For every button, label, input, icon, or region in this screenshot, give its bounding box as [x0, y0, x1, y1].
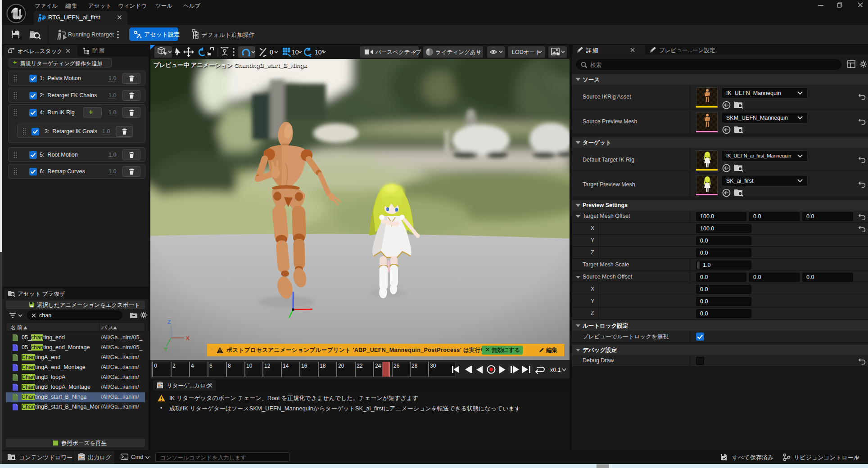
svg-text:18: 18 [320, 363, 326, 369]
svg-text:Y: Y [164, 346, 167, 353]
svg-text:4: 4 [191, 363, 194, 369]
svg-text:30: 30 [430, 363, 436, 369]
svg-text:2: 2 [172, 363, 176, 369]
svg-text:12: 12 [264, 363, 271, 369]
svg-text:10: 10 [246, 363, 253, 369]
svg-text:10: 10 [292, 49, 299, 56]
svg-text:0: 0 [270, 49, 273, 56]
svg-text:26: 26 [393, 363, 400, 369]
svg-text:28: 28 [411, 363, 418, 369]
svg-text:0: 0 [154, 363, 157, 369]
svg-text:16: 16 [301, 363, 307, 369]
svg-text:Z: Z [167, 319, 171, 325]
svg-text:22: 22 [357, 363, 363, 369]
svg-text:ライティングあり: ライティングあり [435, 49, 481, 55]
svg-text:8: 8 [228, 363, 231, 369]
svg-text:LODオート: LODオート [512, 49, 541, 55]
svg-text:24: 24 [375, 363, 381, 369]
svg-text:14: 14 [283, 363, 289, 369]
svg-text:x0.1: x0.1 [550, 367, 561, 373]
svg-text:20: 20 [338, 363, 344, 369]
svg-text:6: 6 [209, 363, 212, 369]
svg-text:X: X [186, 335, 190, 342]
